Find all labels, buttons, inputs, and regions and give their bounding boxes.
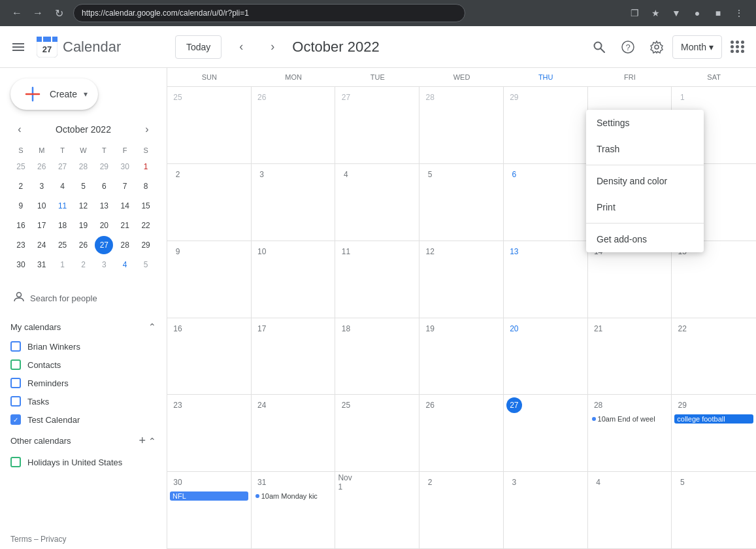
cal-cell-oct23[interactable]: 23 [167,395,252,471]
mini-cal-day[interactable]: 4 [54,177,72,195]
cal-day-num[interactable]: 19 [422,321,438,337]
cal-day-num[interactable]: 18 [338,321,353,337]
cal-cell-oct16[interactable]: 16 [167,318,252,395]
cal-cell-oct27[interactable]: 27 [504,395,588,471]
cal-day-num[interactable]: 25 [170,90,186,105]
dropdown-item-trash[interactable]: Trash [586,136,704,162]
cal-cell-oct28[interactable]: 28 10am End of weel [588,395,672,471]
cal-cell-oct14[interactable]: 14 [588,241,672,318]
mini-cal-day[interactable]: 26 [33,158,51,176]
cal-day-num[interactable]: 30 [170,474,186,490]
browser-back-button[interactable]: ← [8,4,26,22]
cal-cell-sep29[interactable]: 29 [504,87,588,163]
mini-cal-day[interactable]: 2 [74,256,92,274]
browser-ext-icon[interactable]: ▼ [667,4,685,22]
browser-menu-icon[interactable]: ⋮ [730,4,748,22]
cal-cell-nov1[interactable]: Nov 1 [335,472,419,548]
add-other-calendar-button[interactable]: + [139,434,146,448]
cal-day-num[interactable]: 6 [506,167,522,182]
mini-cal-day[interactable]: 17 [33,216,51,235]
mini-cal-day[interactable]: 30 [12,256,30,274]
terms-link[interactable]: Terms [10,535,32,544]
mini-cal-day[interactable]: 28 [74,158,92,176]
cal-day-num[interactable]: 26 [422,397,438,413]
cal-day-num[interactable]: 9 [170,244,186,259]
today-button[interactable]: Today [175,35,222,59]
cal-day-num[interactable]: 5 [674,474,690,490]
mini-cal-day[interactable]: 27 [54,158,72,176]
cal-day-num[interactable]: 29 [506,90,522,105]
cal-day-num[interactable]: 4 [591,474,606,490]
cal-day-num[interactable]: Nov 1 [338,474,353,490]
mini-cal-day[interactable]: 12 [74,197,92,215]
cal-cell-nov3[interactable]: 3 [504,472,588,548]
calendar-checkbox-tasks[interactable] [10,396,21,407]
mini-cal-day[interactable]: 23 [12,236,30,254]
mini-cal-day[interactable]: 7 [116,177,134,195]
cal-day-num[interactable]: 20 [506,321,522,337]
cal-day-num[interactable]: 3 [506,474,522,490]
calendar-checkbox-test-calendar[interactable]: ✓ [10,414,21,425]
cal-day-num[interactable]: 17 [254,321,270,337]
dropdown-item-get-addons[interactable]: Get add-ons [586,226,704,252]
mini-cal-day[interactable]: 10 [33,197,51,215]
cal-cell-oct4[interactable]: 4 [335,164,419,241]
mini-cal-prev-button[interactable]: ‹ [10,120,29,139]
mini-cal-day[interactable]: 22 [137,216,155,235]
cal-cell-oct29[interactable]: 29 college football [672,395,756,471]
cal-day-num[interactable]: 16 [170,321,186,337]
mini-cal-today[interactable]: 27 [95,236,113,254]
cal-day-num[interactable]: 3 [254,167,270,182]
browser-address-bar[interactable]: https://calendar.google.com/calendar/u/0… [73,4,465,22]
calendar-checkbox-reminders[interactable] [10,378,21,388]
mini-cal-day[interactable]: 25 [54,236,72,254]
browser-star-icon[interactable]: ★ [646,4,665,22]
mini-cal-day[interactable]: 29 [137,236,155,254]
cal-day-num[interactable]: 31 [254,474,270,490]
cal-cell-oct15[interactable]: 15 [672,241,756,318]
cal-day-num[interactable]: 21 [591,321,606,337]
calendar-item-brian-winkers[interactable]: Brian Winkers [5,337,161,356]
cal-day-num[interactable]: 1 [674,90,690,105]
cal-day-num[interactable]: 13 [506,244,522,259]
cal-cell-sep28[interactable]: 28 [419,87,504,163]
cal-day-num[interactable]: 27 [338,90,353,105]
browser-profile-icon[interactable]: ● [688,4,706,22]
mini-cal-day[interactable]: 15 [137,197,155,215]
cal-cell-sep27[interactable]: 27 [335,87,419,163]
cal-day-num[interactable]: 5 [422,167,438,182]
calendar-checkbox-holidays[interactable] [10,457,21,467]
cal-cell-oct17[interactable]: 17 [252,318,336,395]
view-selector[interactable]: Month ▾ [672,35,722,59]
cal-cell-oct25[interactable]: 25 [335,395,419,471]
mini-cal-day[interactable]: 6 [95,177,113,195]
cal-day-num[interactable]: 24 [254,397,270,413]
cal-cell-sep25[interactable]: 25 [167,87,252,163]
dropdown-item-density-color[interactable]: Density and color [586,168,704,194]
mini-cal-day[interactable]: 26 [74,236,92,254]
cal-cell-oct13[interactable]: 13 [504,241,588,318]
cal-day-num[interactable]: 29 [674,397,690,413]
mini-cal-day[interactable]: 11 [54,197,72,215]
cal-cell-oct31[interactable]: 31 10am Monday kic [252,472,336,548]
cal-cell-oct21[interactable]: 21 [588,318,672,395]
mini-cal-day[interactable]: 5 [74,177,92,195]
cal-day-num[interactable]: 4 [338,167,353,182]
cal-event-end-of-week[interactable]: 10am End of weel [591,414,669,424]
my-calendars-header[interactable]: My calendars ⌃ [5,316,161,337]
browser-refresh-button[interactable]: ↻ [50,4,68,22]
calendar-checkbox-brian-winkers[interactable] [10,341,21,352]
mini-cal-day[interactable]: 5 [137,256,155,274]
cal-cell-oct2[interactable]: 2 [167,164,252,241]
mini-cal-day[interactable]: 18 [54,216,72,235]
cal-cell-oct26[interactable]: 26 [419,395,504,471]
mini-cal-day[interactable]: 19 [74,216,92,235]
mini-cal-day[interactable]: 1 [137,158,155,176]
cal-day-num[interactable]: 22 [674,321,690,337]
dropdown-item-settings[interactable]: Settings [586,110,704,136]
cal-day-num[interactable]: 28 [422,90,438,105]
mini-cal-day[interactable]: 30 [116,158,134,176]
calendar-checkbox-contacts[interactable] [10,359,21,370]
cal-day-num[interactable]: 2 [170,167,186,182]
cal-cell-nov4[interactable]: 4 [588,472,672,548]
